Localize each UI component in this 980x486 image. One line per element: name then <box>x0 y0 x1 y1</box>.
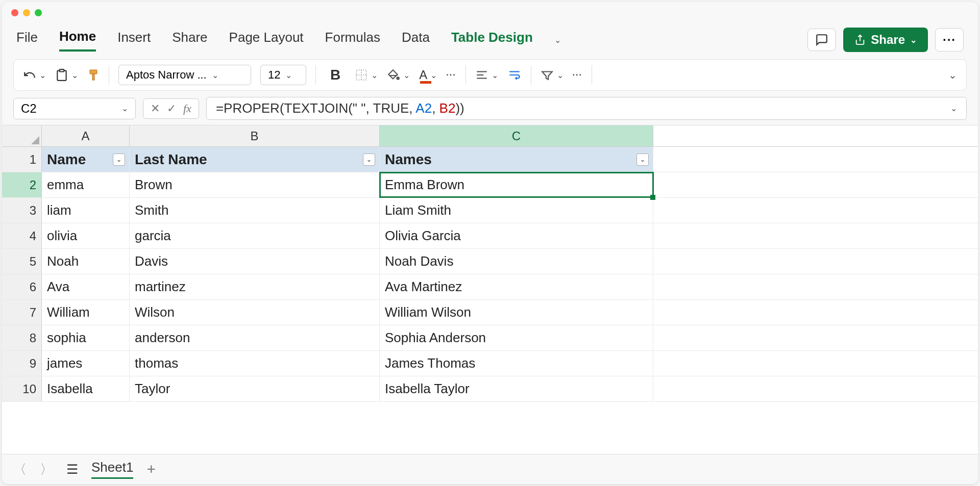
insert-function-button[interactable]: fx <box>183 102 191 115</box>
table-row: 3 liam Smith Liam Smith <box>2 198 978 223</box>
cell-a4[interactable]: olivia <box>42 223 130 248</box>
font-family-select[interactable]: Aptos Narrow ... ⌄ <box>118 65 251 85</box>
name-box[interactable]: C2 ⌄ <box>13 98 136 119</box>
more-tabs-chevron[interactable]: ⌄ <box>554 35 561 45</box>
col-header-a[interactable]: A <box>42 125 130 146</box>
row-header-3[interactable]: 3 <box>2 198 42 223</box>
formula-input[interactable]: =PROPER(TEXTJOIN(" ", TRUE, A2, B2)) ⌄ <box>206 97 967 120</box>
tab-page-layout[interactable]: Page Layout <box>229 30 304 50</box>
col-header-b[interactable]: B <box>130 125 380 146</box>
tab-formulas[interactable]: Formulas <box>325 30 380 50</box>
clipboard-button[interactable]: ⌄ <box>55 68 78 82</box>
fill-handle[interactable] <box>650 195 655 200</box>
cell-c2[interactable]: Emma Brown <box>380 172 653 197</box>
cell-c5[interactable]: Noah Davis <box>380 249 653 274</box>
minimize-window-button[interactable] <box>23 9 30 16</box>
header-cell-lastname[interactable]: Last Name ⌄ <box>130 147 380 172</box>
row-header-2[interactable]: 2 <box>2 172 42 197</box>
share-button[interactable]: Share ⌄ <box>843 28 928 52</box>
cell-c9[interactable]: James Thomas <box>380 351 653 376</box>
collapse-ribbon-button[interactable]: ⌄ <box>948 69 957 81</box>
row-header-1[interactable]: 1 <box>2 147 42 172</box>
tab-file[interactable]: File <box>16 30 38 50</box>
cell-a7[interactable]: William <box>42 300 130 325</box>
font-size-select[interactable]: 12 ⌄ <box>260 65 306 85</box>
cell-reference: C2 <box>21 101 37 116</box>
cell-b10[interactable]: Taylor <box>130 376 380 401</box>
comments-button[interactable] <box>807 29 836 51</box>
cancel-formula-button[interactable]: ✕ <box>151 102 160 115</box>
tab-share[interactable]: Share <box>172 30 207 50</box>
table-row: 8 sophia anderson Sophia Anderson <box>2 325 978 351</box>
cell-b9[interactable]: thomas <box>130 351 380 376</box>
formula-text: =PROPER(TEXTJOIN(" ", TRUE, A2, B2)) <box>216 100 464 116</box>
cell-b3[interactable]: Smith <box>130 198 380 223</box>
accept-formula-button[interactable]: ✓ <box>167 102 176 115</box>
filter-dropdown-b[interactable]: ⌄ <box>363 154 375 166</box>
borders-button[interactable]: ⌄ <box>355 68 378 82</box>
cell-b7[interactable]: Wilson <box>130 300 380 325</box>
cell-c10[interactable]: Isabella Taylor <box>380 376 653 401</box>
row-header-9[interactable]: 9 <box>2 351 42 376</box>
tab-table-design[interactable]: Table Design <box>451 30 533 50</box>
table-header-row: 1 Name ⌄ Last Name ⌄ Names ⌄ <box>2 147 978 172</box>
cell-a10[interactable]: Isabella <box>42 376 130 401</box>
ellipsis-icon: ··· <box>943 33 956 47</box>
prev-sheet-button[interactable]: 〈 <box>13 461 27 478</box>
close-window-button[interactable] <box>11 9 18 16</box>
cell-c7[interactable]: William Wilson <box>380 300 653 325</box>
cell-c8[interactable]: Sophia Anderson <box>380 325 653 350</box>
header-cell-name[interactable]: Name ⌄ <box>42 147 130 172</box>
table-row: 4 olivia garcia Olivia Garcia <box>2 223 978 249</box>
maximize-window-button[interactable] <box>35 9 42 16</box>
more-editing-button[interactable]: ··· <box>573 70 582 80</box>
table-row: 6 Ava martinez Ava Martinez <box>2 274 978 300</box>
cell-a6[interactable]: Ava <box>42 274 130 299</box>
tab-data[interactable]: Data <box>402 30 430 50</box>
cell-a5[interactable]: Noah <box>42 249 130 274</box>
cell-b6[interactable]: martinez <box>130 274 380 299</box>
row-header-6[interactable]: 6 <box>2 274 42 299</box>
row-header-10[interactable]: 10 <box>2 376 42 401</box>
format-painter-button[interactable] <box>87 69 100 81</box>
header-cell-names[interactable]: Names ⌄ <box>380 147 653 172</box>
font-color-button[interactable]: A ⌄ <box>419 68 437 82</box>
bold-button[interactable]: B <box>325 65 346 85</box>
select-all-corner[interactable] <box>2 125 42 146</box>
more-options-button[interactable]: ··· <box>935 28 964 52</box>
sheet-tab-1[interactable]: Sheet1 <box>91 459 133 479</box>
cell-b4[interactable]: garcia <box>130 223 380 248</box>
cell-a8[interactable]: sophia <box>42 325 130 350</box>
filter-dropdown-a[interactable]: ⌄ <box>113 154 125 166</box>
cell-c4[interactable]: Olivia Garcia <box>380 223 653 248</box>
table-row: 2 emma Brown Emma Brown <box>2 172 978 198</box>
filter-dropdown-c[interactable]: ⌄ <box>636 154 649 166</box>
fill-color-button[interactable]: ⌄ <box>387 68 410 82</box>
home-toolbar: ⌄ ⌄ Aptos Narrow ... ⌄ 12 ⌄ B ⌄ ⌄ A <box>13 59 967 91</box>
cell-a3[interactable]: liam <box>42 198 130 223</box>
cell-c3[interactable]: Liam Smith <box>380 198 653 223</box>
cell-c6[interactable]: Ava Martinez <box>380 274 653 299</box>
all-sheets-button[interactable]: ☰ <box>66 462 78 477</box>
row-header-5[interactable]: 5 <box>2 249 42 274</box>
undo-button[interactable]: ⌄ <box>23 68 46 82</box>
col-header-c[interactable]: C <box>380 125 653 146</box>
sort-filter-button[interactable]: ⌄ <box>541 68 564 82</box>
cell-b8[interactable]: anderson <box>130 325 380 350</box>
row-header-4[interactable]: 4 <box>2 223 42 248</box>
row-header-8[interactable]: 8 <box>2 325 42 350</box>
cell-a2[interactable]: emma <box>42 172 130 197</box>
cell-b5[interactable]: Davis <box>130 249 380 274</box>
next-sheet-button[interactable]: 〉 <box>40 461 53 478</box>
cell-b2[interactable]: Brown <box>130 172 380 197</box>
tab-insert[interactable]: Insert <box>117 30 151 50</box>
cell-a9[interactable]: james <box>42 351 130 376</box>
row-header-7[interactable]: 7 <box>2 300 42 325</box>
more-font-button[interactable]: ··· <box>446 70 456 80</box>
font-name: Aptos Narrow ... <box>126 68 207 82</box>
table-row: 7 William Wilson William Wilson <box>2 300 978 325</box>
add-sheet-button[interactable]: + <box>146 461 156 478</box>
wrap-text-button[interactable] <box>507 68 522 82</box>
align-button[interactable]: ⌄ <box>475 68 498 82</box>
tab-home[interactable]: Home <box>59 29 96 52</box>
